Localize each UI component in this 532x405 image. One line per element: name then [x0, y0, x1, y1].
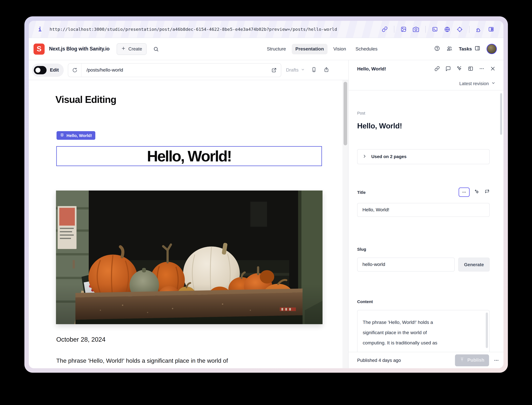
camera-icon[interactable]: [413, 26, 419, 32]
preview-scrollbar-thumb[interactable]: [344, 82, 347, 145]
plus-icon: [121, 46, 126, 52]
publish-button[interactable]: Publish: [455, 354, 489, 366]
visual-editing-overlay-tag[interactable]: Hello, World!: [57, 131, 95, 140]
preview-pane: Edit /posts/hello-world Drafts: [29, 60, 348, 368]
workspace-tabs: Structure Presentation Vision Schedules: [263, 44, 381, 54]
preview-toolbar-icons: [311, 67, 329, 73]
studio-header: S Next.js Blog with Sanity.io Create Str…: [29, 38, 503, 60]
site-page-heading: Visual Editing: [55, 94, 116, 105]
publish-icon: [460, 357, 464, 363]
avatar[interactable]: [486, 44, 497, 54]
inspector-footer: Published 4 days ago Publish: [348, 352, 503, 368]
footer-more-icon[interactable]: [494, 358, 499, 363]
generate-button[interactable]: Generate: [458, 258, 490, 271]
terminal-icon[interactable]: [432, 26, 438, 32]
comments-icon[interactable]: [446, 66, 451, 72]
users-icon[interactable]: [446, 45, 453, 53]
perspective-label: Drafts: [286, 67, 299, 73]
inspector-header: Hello, World! Latest revisio: [348, 60, 503, 90]
content-scrollbar-thumb[interactable]: [486, 312, 488, 348]
divider: [469, 26, 469, 33]
tab-presentation[interactable]: Presentation: [292, 44, 328, 54]
inspector-header-icons: [434, 66, 495, 72]
field-title: Title Hello, World!: [357, 188, 490, 217]
mobile-device-icon[interactable]: [311, 67, 317, 73]
tab-vision[interactable]: Vision: [330, 44, 350, 54]
cover-image[interactable]: [56, 190, 322, 324]
content-editor[interactable]: The phrase 'Hello, World!' holds a signi…: [357, 310, 490, 352]
document-form: Post Hello, World! Used on 2 pages Title: [348, 90, 503, 352]
field-slug: Slug hello-world Generate: [357, 247, 490, 271]
help-icon[interactable]: [434, 46, 440, 52]
publish-status: Published 4 days ago: [357, 358, 401, 363]
tasks-label: Tasks: [459, 46, 472, 52]
content-text-line: significant place in the world of: [363, 327, 480, 338]
target-icon[interactable]: [457, 26, 463, 32]
divider: [394, 26, 394, 33]
inspector-scrollbar-thumb[interactable]: [500, 93, 502, 135]
split-view-icon[interactable]: [488, 26, 494, 32]
document-inspector: Hello, World! Latest revisio: [348, 60, 503, 368]
revision-menu[interactable]: Latest revision: [357, 80, 495, 87]
preview-location-bar: /posts/hello-world: [68, 63, 281, 77]
info-icon[interactable]: i: [38, 26, 42, 33]
field-more-icon[interactable]: [459, 188, 470, 197]
create-button[interactable]: Create: [117, 43, 147, 55]
divider: [425, 26, 426, 33]
panel-right-icon: [475, 46, 480, 52]
create-label: Create: [128, 46, 142, 52]
used-on-pages-toggle[interactable]: Used on 2 pages: [357, 149, 490, 164]
chevron-down-icon: [491, 81, 495, 86]
share-icon[interactable]: [324, 67, 329, 73]
title-field-label: Title: [357, 190, 366, 195]
field-sparkles-icon[interactable]: [474, 189, 480, 195]
url-text[interactable]: http://localhost:3000/studio/presentatio…: [50, 27, 337, 32]
globe-icon[interactable]: [444, 26, 450, 32]
used-on-pages-label: Used on 2 pages: [371, 154, 407, 159]
columns-icon[interactable]: [468, 66, 473, 72]
external-link-icon[interactable]: [267, 63, 281, 77]
close-icon[interactable]: [490, 66, 495, 72]
extensions-icon[interactable]: [476, 26, 482, 32]
toggle-knob: [35, 68, 40, 73]
workspace-title: Next.js Blog with Sanity.io: [49, 46, 110, 52]
browser-window-inner: i http://localhost:3000/studio/presentat…: [29, 21, 503, 368]
add-comment-icon[interactable]: [484, 189, 490, 195]
content-text-line: computing. It is traditionally used as: [363, 338, 480, 348]
perspective-menu[interactable]: Drafts: [286, 67, 305, 73]
slug-input[interactable]: hello-world: [357, 258, 455, 271]
browser-window: i http://localhost:3000/studio/presentat…: [24, 16, 508, 373]
sanity-logo[interactable]: S: [33, 43, 45, 54]
more-icon[interactable]: [479, 66, 484, 72]
title-input[interactable]: Hello, World!: [357, 203, 490, 217]
copy-link-icon[interactable]: [434, 66, 440, 72]
tasks-button[interactable]: Tasks: [459, 46, 480, 52]
document-title-heading: Hello, World!: [357, 122, 490, 130]
header-right: Tasks: [434, 44, 497, 54]
main-area: Edit /posts/hello-world Drafts: [29, 60, 503, 368]
sparkles-icon[interactable]: [457, 66, 462, 72]
book-icon: [60, 133, 64, 138]
preview-path[interactable]: /posts/hello-world: [81, 67, 123, 73]
image-icon[interactable]: [401, 26, 407, 32]
edit-toggle[interactable]: [34, 66, 46, 74]
inspector-doc-title: Hello, World!: [357, 66, 386, 72]
hero-title: Hello, World!: [147, 147, 231, 165]
edit-label: Edit: [50, 67, 59, 73]
screen: i http://localhost:3000/studio/presentat…: [0, 0, 532, 405]
link-icon[interactable]: [382, 26, 388, 32]
content-field-label: Content: [357, 299, 373, 304]
publish-label: Publish: [467, 358, 484, 363]
chevron-down-icon: [301, 67, 305, 73]
preview-scrollbar-track[interactable]: [342, 80, 348, 368]
hero-title-field-outline[interactable]: Hello, World!: [56, 146, 322, 166]
revision-label: Latest revision: [459, 81, 489, 86]
refresh-icon[interactable]: [68, 63, 81, 77]
tab-schedules[interactable]: Schedules: [352, 44, 381, 54]
document-type-label: Post: [357, 111, 490, 115]
search-icon[interactable]: [153, 46, 159, 52]
preview-iframe: Visual Editing Hello, World! Hello, Worl…: [29, 80, 348, 368]
overlay-tag-label: Hello, World!: [66, 133, 92, 138]
tab-structure[interactable]: Structure: [263, 44, 289, 54]
chevron-right-icon: [362, 154, 367, 159]
